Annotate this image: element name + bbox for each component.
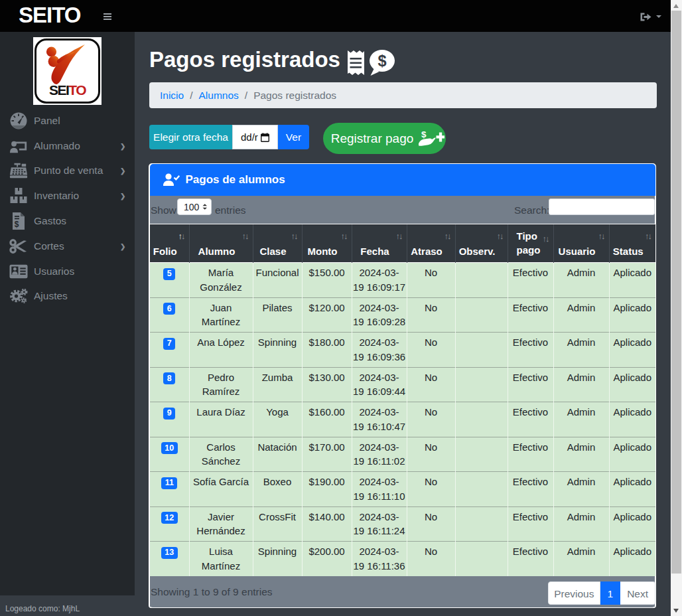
svg-text:$: $ [421, 129, 427, 139]
svg-text:$: $ [15, 220, 19, 229]
svg-text:$: $ [377, 52, 386, 70]
